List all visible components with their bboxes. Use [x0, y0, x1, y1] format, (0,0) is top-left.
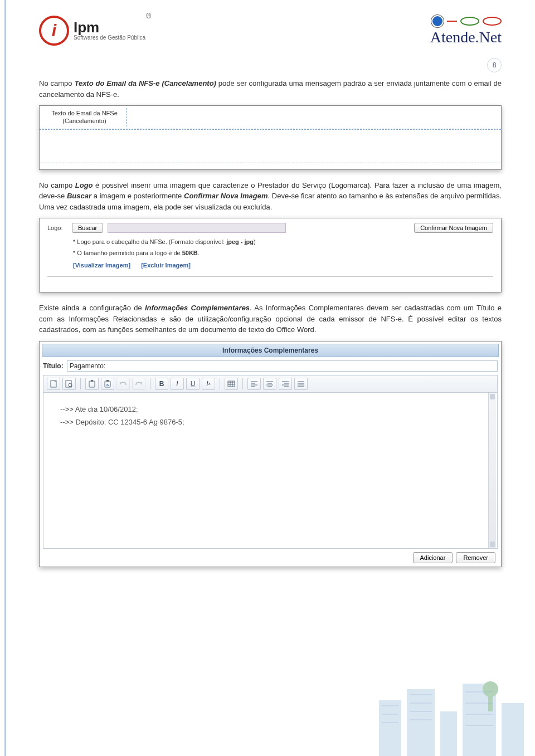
remove-format-icon[interactable]: Ix — [202, 378, 215, 390]
text: No campo — [39, 79, 74, 87]
text: * Logo para o cabeçalho da NFSe. (Format… — [73, 238, 226, 245]
titulo-label: Título: — [43, 362, 64, 370]
align-center-icon[interactable] — [263, 378, 276, 390]
logo-note-size: * O tamanho permitido para a logo é de 5… — [73, 250, 493, 256]
editor-line: -->> Depósito: CC 12345-6 Ag 9876-5; — [60, 416, 480, 428]
text: ) — [254, 238, 256, 245]
paste-from-word-icon[interactable]: W — [101, 378, 114, 390]
atende-logo: Atende.Net — [430, 15, 502, 46]
registered-mark: ® — [146, 12, 151, 20]
text-emph: Confirmar Nova Imagem — [184, 192, 268, 200]
svg-rect-31 — [407, 689, 435, 756]
table-icon[interactable] — [225, 378, 238, 390]
logo-label: Logo: — [47, 225, 67, 231]
align-left-icon[interactable] — [247, 378, 261, 390]
visualizar-imagem-link[interactable]: [Visualizar Imagem] — [73, 262, 130, 269]
svg-rect-32 — [440, 711, 457, 756]
titulo-input[interactable] — [67, 360, 498, 372]
ipm-logo-text: Ipm Softwares de Gestão Pública — [74, 20, 145, 41]
text: . — [198, 250, 200, 256]
redo-icon[interactable] — [132, 378, 145, 390]
field-label: Texto do Email da NFSe (Cancelamento) — [43, 108, 127, 126]
panel-footer-rule — [47, 276, 493, 284]
svg-rect-33 — [463, 684, 496, 756]
page-number-badge: 8 — [487, 58, 502, 72]
ipm-tagline: Softwares de Gestão Pública — [74, 35, 145, 41]
italic-icon[interactable]: I — [171, 378, 184, 390]
ipm-brand: Ipm — [74, 20, 145, 35]
logo-note-format: * Logo para o cabeçalho da NFSe. (Format… — [73, 238, 493, 245]
text: No campo — [39, 181, 75, 189]
remover-button[interactable]: Remover — [456, 552, 495, 563]
screenshot-texto-email: Texto do Email da NFSe (Cancelamento) — [39, 105, 502, 170]
svg-text:W: W — [106, 383, 109, 387]
paragraph-1: No campo Texto do Email da NFS-e (Cancel… — [39, 78, 502, 100]
left-margin-rule — [4, 0, 6, 756]
underline-icon[interactable]: U — [186, 378, 200, 390]
atende-graph-icon — [430, 15, 502, 27]
label-line: Texto do Email da NFSe — [51, 110, 118, 116]
align-right-icon[interactable] — [279, 378, 292, 390]
text-emph: Buscar — [67, 192, 91, 200]
city-silhouette-decoration — [0, 672, 535, 756]
texto-email-textarea[interactable] — [40, 129, 501, 163]
svg-rect-5 — [91, 380, 93, 382]
svg-rect-9 — [228, 381, 235, 387]
logo-path-field[interactable] — [108, 223, 286, 233]
text: Existe ainda a configuração de — [39, 304, 145, 312]
text-emph: Texto do Email da NFS-e (Cancelamento) — [74, 79, 216, 87]
new-document-icon[interactable] — [47, 378, 60, 390]
text: * O tamanho permitido para a logo é de — [73, 250, 182, 256]
document-header: i Ipm Softwares de Gestão Pública ® Aten… — [39, 6, 502, 56]
label-line: (Cancelamento) — [62, 118, 106, 124]
paragraph-2: No campo Logo é possível inserir uma ima… — [39, 180, 502, 213]
preview-icon[interactable] — [62, 378, 76, 390]
confirmar-nova-imagem-button[interactable]: Confirmar Nova Imagem — [414, 223, 493, 233]
svg-rect-1 — [66, 381, 71, 387]
align-justify-icon[interactable] — [294, 378, 308, 390]
panel-title: Informações Complementares — [42, 344, 499, 357]
svg-point-35 — [483, 681, 498, 697]
screenshot-logo: Logo: Buscar Confirmar Nova Imagem * Log… — [39, 218, 502, 292]
text: a imagem e posteriormente — [91, 192, 184, 200]
buscar-button[interactable]: Buscar — [72, 223, 103, 233]
excluir-imagem-link[interactable]: [Excluir Imagem] — [141, 262, 191, 269]
svg-rect-34 — [502, 703, 524, 756]
editor-toolbar: W B I U Ix — [43, 375, 498, 393]
atende-name: Atende.Net — [430, 28, 502, 46]
text-emph: Informações Complementares — [145, 304, 250, 312]
editor-line: -->> Até dia 10/06/2012; — [60, 403, 480, 416]
page: i Ipm Softwares de Gestão Pública ® Aten… — [0, 0, 535, 756]
editor-scrollbar[interactable] — [488, 393, 496, 548]
paste-icon[interactable] — [85, 378, 99, 390]
svg-rect-4 — [89, 381, 95, 387]
text-bold: jpeg - jpg — [226, 238, 254, 245]
screenshot-informacoes-complementares: Informações Complementares Título: W — [39, 341, 502, 567]
paragraph-3: Existe ainda a configuração de Informaçõ… — [39, 303, 502, 335]
undo-icon[interactable] — [116, 378, 130, 390]
svg-rect-36 — [488, 689, 493, 711]
bold-icon[interactable]: B — [155, 378, 168, 390]
ipm-logo: i Ipm Softwares de Gestão Pública ® — [39, 16, 145, 46]
text-bold: 50KB — [182, 250, 198, 256]
text-emph: Logo — [75, 181, 93, 189]
adicionar-button[interactable]: Adicionar — [413, 552, 453, 563]
editor-textarea[interactable]: -->> Até dia 10/06/2012; -->> Depósito: … — [43, 393, 498, 549]
ipm-roundel-icon: i — [39, 16, 69, 46]
svg-rect-30 — [379, 700, 401, 756]
svg-rect-7 — [106, 380, 109, 382]
